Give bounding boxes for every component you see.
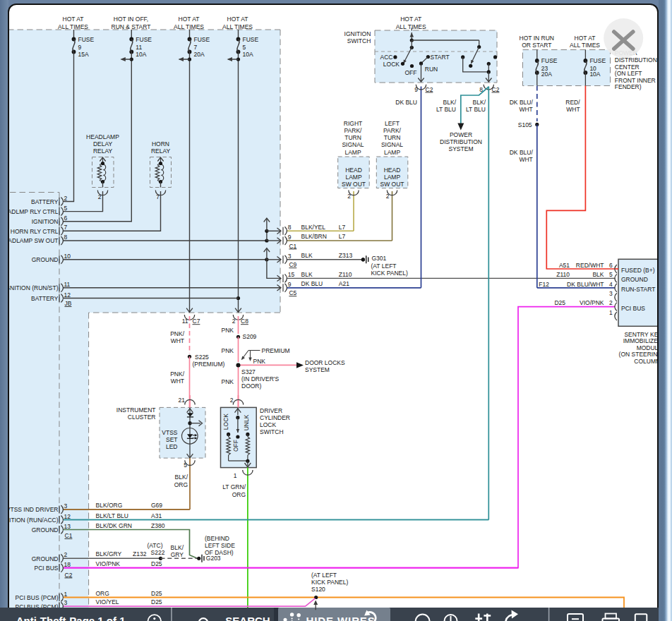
svg-text:HEADLAMP SW OUT: HEADLAMP SW OUT [8, 237, 58, 244]
svg-text:GROUND: GROUND [31, 256, 58, 263]
svg-text:(AT LEFT: (AT LEFT [371, 262, 396, 269]
svg-text:WHT: WHT [519, 105, 532, 112]
svg-text:SW OUT: SW OUT [342, 180, 366, 187]
svg-text:OFF: OFF [232, 440, 239, 452]
svg-text:HEADLMP RLY CTRL: HEADLMP RLY CTRL [8, 207, 58, 215]
svg-text:HOT IN RUN: HOT IN RUN [519, 35, 553, 42]
svg-text:GROUND: GROUND [31, 555, 58, 562]
svg-text:INSTRUMENT: INSTRUMENT [116, 406, 155, 413]
svg-text:3: 3 [287, 252, 291, 259]
svg-text:1: 1 [609, 308, 613, 315]
svg-text:DK BLU: DK BLU [301, 280, 323, 287]
svg-text:2: 2 [229, 397, 233, 404]
svg-text:9: 9 [414, 85, 418, 92]
svg-text:15A: 15A [78, 51, 88, 58]
svg-text:LEFT: LEFT [385, 119, 400, 126]
svg-text:12: 12 [64, 512, 71, 519]
svg-text:PNK: PNK [221, 378, 234, 385]
svg-text:RED/WHT: RED/WHT [575, 261, 604, 268]
svg-text:(ON STEERING: (ON STEERING [618, 351, 658, 358]
svg-text:DRIVER: DRIVER [260, 406, 282, 414]
svg-text:(ATC): (ATC) [147, 542, 162, 549]
svg-text:IGNITION: IGNITION [31, 218, 58, 225]
svg-text:C2: C2 [491, 85, 499, 92]
svg-text:KICK PANEL): KICK PANEL) [371, 270, 407, 277]
svg-text:CENTER: CENTER [614, 63, 639, 70]
svg-text:UNLK: UNLK [242, 414, 249, 430]
svg-text:7: 7 [156, 193, 160, 200]
svg-text:BLK/GRY: BLK/GRY [95, 550, 121, 557]
svg-text:10A: 10A [242, 51, 253, 58]
svg-text:FRONT INNER: FRONT INNER [614, 76, 655, 83]
svg-text:SENTRY KEY: SENTRY KEY [624, 330, 659, 337]
svg-text:SWITCH: SWITCH [260, 428, 284, 435]
svg-text:RUN & START: RUN & START [111, 23, 150, 30]
svg-text:ALL TIMES: ALL TIMES [395, 23, 426, 30]
svg-text:LED: LED [165, 443, 177, 450]
svg-text:S225: S225 [195, 353, 209, 360]
svg-text:JB: JB [64, 300, 71, 307]
svg-text:PNK/: PNK/ [170, 330, 184, 337]
svg-text:6: 6 [609, 261, 613, 268]
svg-text:WHT: WHT [170, 337, 184, 344]
svg-text:DISTRIBUTION: DISTRIBUTION [440, 138, 482, 145]
svg-text:OF DASH): OF DASH) [205, 549, 234, 556]
svg-text:2: 2 [609, 299, 613, 306]
svg-text:DOOR): DOOR) [241, 382, 262, 389]
svg-text:DK BLU/: DK BLU/ [509, 98, 533, 105]
svg-text:HEAD: HEAD [383, 167, 400, 174]
svg-text:SIGNAL: SIGNAL [342, 141, 364, 148]
svg-text:GROUND: GROUND [621, 276, 648, 283]
svg-text:15: 15 [287, 271, 294, 278]
svg-text:Z380: Z380 [151, 521, 165, 529]
svg-text:(AT LEFT: (AT LEFT [311, 572, 337, 579]
svg-text:BLK/DK GRN: BLK/DK GRN [95, 521, 132, 529]
svg-text:C2: C2 [425, 85, 433, 92]
svg-text:WHT: WHT [170, 378, 184, 385]
svg-text:S120: S120 [311, 586, 325, 593]
svg-text:9: 9 [287, 233, 291, 240]
svg-text:FUSE: FUSE [589, 57, 606, 64]
svg-text:C8: C8 [241, 318, 248, 325]
svg-text:9: 9 [78, 43, 81, 50]
svg-text:7: 7 [64, 224, 67, 231]
svg-text:DELAY: DELAY [92, 140, 112, 147]
svg-text:CYLINDER: CYLINDER [260, 414, 290, 421]
svg-text:3: 3 [64, 502, 67, 510]
svg-text:10: 10 [64, 252, 71, 259]
svg-text:IGNITION (RUN/ST): IGNITION (RUN/ST) [8, 284, 58, 291]
svg-text:RUN: RUN [424, 65, 437, 72]
svg-text:TURN: TURN [383, 134, 400, 141]
svg-text:OR START: OR START [522, 42, 551, 49]
svg-text:A51: A51 [558, 261, 569, 268]
svg-text:11: 11 [136, 43, 142, 50]
svg-text:FUSE: FUSE [242, 36, 258, 43]
svg-text:12: 12 [64, 291, 71, 298]
svg-text:VIO/YEL: VIO/YEL [95, 598, 119, 605]
svg-text:POWER: POWER [614, 49, 637, 56]
svg-text:9: 9 [287, 280, 291, 287]
svg-text:FUSE: FUSE [78, 36, 94, 43]
svg-text:1: 1 [64, 590, 67, 597]
svg-text:L7: L7 [338, 233, 345, 240]
svg-text:11: 11 [64, 280, 70, 287]
svg-text:FUSED (B+): FUSED (B+) [621, 266, 655, 273]
svg-text:DK BLU/: DK BLU/ [509, 149, 533, 156]
svg-text:S327: S327 [241, 368, 256, 375]
svg-text:BATTERY: BATTERY [31, 198, 59, 205]
svg-text:START: START [430, 54, 449, 61]
svg-text:5: 5 [184, 462, 187, 469]
svg-text:GROUND: GROUND [31, 526, 58, 533]
svg-text:ORG: ORG [232, 490, 245, 498]
svg-text:IMMOBILIZER: IMMOBILIZER [623, 337, 658, 344]
svg-text:FENDER): FENDER) [614, 83, 641, 90]
svg-text:D25: D25 [151, 598, 162, 605]
svg-text:RUN-START: RUN-START [621, 285, 655, 292]
svg-text:10A: 10A [136, 51, 146, 58]
svg-text:S222: S222 [150, 549, 164, 556]
svg-text:HORN RLY CTRL: HORN RLY CTRL [10, 227, 58, 234]
svg-text:VIO/PNK: VIO/PNK [580, 299, 604, 306]
svg-text:Z110: Z110 [556, 271, 570, 278]
svg-text:Z132: Z132 [133, 550, 147, 557]
svg-text:LOCK: LOCK [222, 413, 229, 429]
